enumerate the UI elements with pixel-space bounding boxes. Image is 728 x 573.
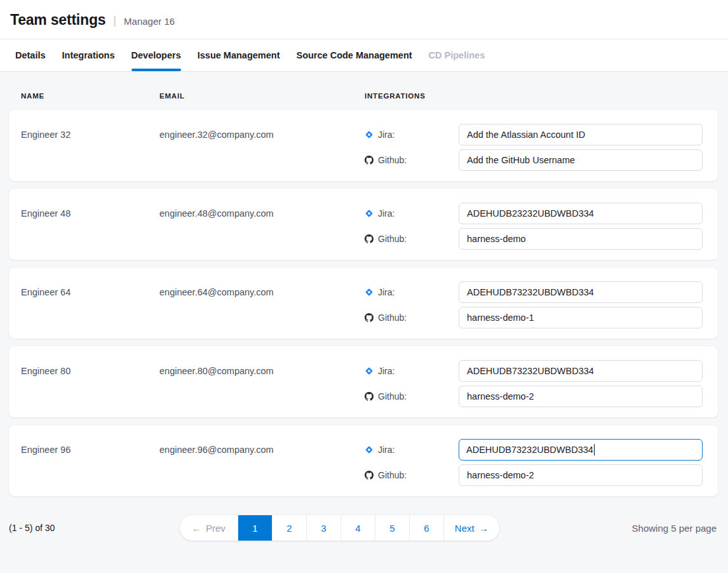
developer-email: engineer.32@company.com [159, 124, 365, 171]
github-input[interactable] [459, 464, 703, 486]
table-row: Engineer 80 engineer.80@company.com Jira… [9, 346, 718, 417]
page-button-2[interactable]: 2 [273, 515, 307, 541]
jira-input-focused[interactable]: ADEHUDB73232UBDWBD334 [459, 439, 703, 461]
page-header: Team settings | Manager 16 [0, 0, 728, 39]
page-button-6[interactable]: 6 [410, 515, 444, 541]
jira-icon [365, 367, 374, 375]
pager: ← Prev 1 2 3 4 5 6 Next → [180, 515, 499, 541]
developer-email: engineer.48@company.com [159, 203, 365, 250]
page-subtitle: Manager 16 [124, 16, 175, 27]
title-separator: | [113, 14, 116, 27]
tab-cd-pipelines: CD Pipelines [429, 39, 485, 71]
page-button-4[interactable]: 4 [341, 515, 375, 541]
jira-input[interactable] [459, 203, 703, 224]
github-label: Github: [378, 313, 407, 323]
tab-bar: Details Integrations Developers Issue Ma… [0, 39, 728, 72]
table-row: Engineer 48 engineer.48@company.com Jira… [9, 189, 718, 260]
page-button-1[interactable]: 1 [238, 515, 273, 541]
table-row: Engineer 96 engineer.96@company.com Jira… [9, 425, 718, 496]
jira-icon [365, 209, 374, 218]
github-label: Github: [378, 234, 407, 244]
developer-name: Engineer 96 [21, 439, 159, 486]
developer-name: Engineer 32 [21, 124, 159, 171]
next-label: Next [455, 523, 475, 534]
column-header-name: NAME [21, 92, 159, 100]
github-input[interactable] [459, 228, 703, 250]
jira-input-text: ADEHUDB73232UBDWBD334 [466, 445, 593, 455]
developers-table: NAME EMAIL INTEGRATIONS Engineer 32 engi… [0, 72, 728, 541]
github-icon [365, 313, 374, 322]
jira-label: Jira: [378, 208, 394, 219]
page-button-5[interactable]: 5 [375, 515, 410, 541]
developer-name: Engineer 48 [21, 203, 159, 250]
jira-input[interactable] [459, 281, 703, 303]
jira-label: Jira: [378, 130, 394, 140]
jira-icon [365, 288, 374, 297]
jira-icon [365, 445, 374, 454]
column-header-integrations: INTEGRATIONS [365, 92, 703, 100]
prev-page-button[interactable]: ← Prev [180, 515, 238, 541]
tab-source-code-management[interactable]: Source Code Management [296, 39, 412, 71]
table-row: Engineer 32 engineer.32@company.com Jira… [9, 110, 718, 181]
github-input[interactable] [459, 307, 703, 328]
github-input[interactable] [459, 386, 703, 407]
page-title: Team settings [10, 11, 105, 29]
tab-issue-management[interactable]: Issue Management [198, 39, 280, 71]
page-button-3[interactable]: 3 [307, 515, 341, 541]
github-label: Github: [378, 155, 407, 165]
github-label: Github: [378, 391, 407, 401]
jira-label: Jira: [378, 287, 394, 297]
developer-name: Engineer 80 [21, 360, 159, 407]
github-icon [365, 471, 374, 480]
jira-icon [365, 130, 374, 139]
developer-name: Engineer 64 [21, 281, 159, 328]
github-input[interactable] [459, 149, 703, 171]
developer-email: engineer.96@company.com [159, 439, 365, 486]
table-row: Engineer 64 engineer.64@company.com Jira… [9, 267, 718, 339]
github-label: Github: [378, 470, 407, 480]
jira-input[interactable] [459, 360, 703, 382]
jira-label: Jira: [378, 366, 394, 376]
right-arrow-icon: → [479, 523, 489, 534]
developer-email: engineer.64@company.com [159, 281, 365, 328]
table-header-row: NAME EMAIL INTEGRATIONS [9, 72, 718, 110]
tab-integrations[interactable]: Integrations [62, 39, 115, 71]
developer-email: engineer.80@company.com [159, 360, 365, 407]
column-header-email: EMAIL [159, 92, 365, 100]
text-caret [594, 444, 595, 455]
tab-details[interactable]: Details [15, 39, 46, 71]
next-page-button[interactable]: Next → [444, 515, 499, 541]
left-arrow-icon: ← [192, 523, 201, 534]
tab-developers[interactable]: Developers [131, 39, 181, 71]
jira-label: Jira: [378, 445, 394, 455]
github-icon [365, 392, 374, 401]
github-icon [365, 156, 374, 165]
per-page-indicator: Showing 5 per page [632, 523, 717, 534]
page-range-summary: (1 - 5) of 30 [9, 523, 55, 533]
github-icon [365, 234, 374, 243]
jira-input[interactable] [459, 124, 703, 145]
pagination-bar: (1 - 5) of 30 ← Prev 1 2 3 4 5 6 Next → … [9, 515, 718, 541]
prev-label: Prev [206, 523, 226, 534]
